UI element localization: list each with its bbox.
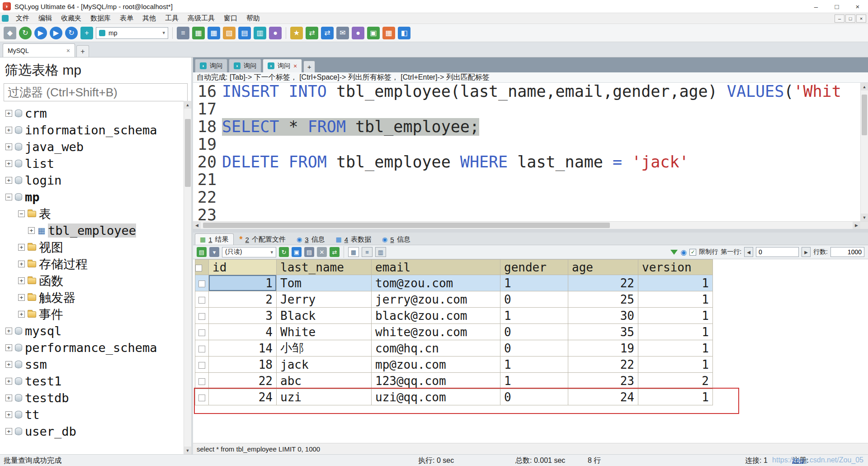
row-checkbox[interactable] bbox=[195, 389, 209, 405]
grid-cell[interactable]: Black bbox=[277, 308, 372, 324]
notifications-icon[interactable]: ✉ bbox=[336, 27, 349, 39]
grid-cell[interactable]: 1 bbox=[209, 275, 277, 291]
grid-cell[interactable]: 0 bbox=[500, 291, 568, 308]
table-row[interactable]: 18 jack mp@zou.com 1 22 1 bbox=[195, 357, 713, 373]
menu-item-favorites[interactable]: 收藏夹 bbox=[57, 13, 86, 24]
grid-cell[interactable]: 22 bbox=[209, 373, 277, 389]
tab-messages[interactable]: ◉ 3 信息 bbox=[292, 233, 330, 245]
new-query-editor-icon[interactable]: + bbox=[80, 27, 93, 39]
tree-item-list[interactable]: +list bbox=[0, 155, 184, 172]
row-checkbox[interactable] bbox=[195, 357, 209, 373]
new-connection-tab-button[interactable]: + bbox=[76, 45, 89, 57]
mdi-close-button[interactable]: × bbox=[856, 14, 866, 23]
tree-item-information-schema[interactable]: +information_schema bbox=[0, 122, 184, 138]
grid-cell[interactable]: uzi bbox=[277, 389, 372, 405]
export-grid-icon[interactable]: ▤ bbox=[197, 247, 207, 257]
query-tab-1[interactable]: ◗ 询问 bbox=[195, 59, 227, 72]
tree-item-tt[interactable]: +tt bbox=[0, 406, 184, 423]
row-checkbox[interactable] bbox=[195, 373, 209, 389]
menu-item-database[interactable]: 数据库 bbox=[86, 13, 115, 24]
scroll-left-icon[interactable]: ◀ bbox=[193, 222, 201, 229]
save-all-icon[interactable]: ▥ bbox=[254, 27, 266, 39]
tab-result[interactable]: ▦ 1 结果 bbox=[195, 233, 234, 245]
row-checkbox[interactable] bbox=[195, 275, 209, 291]
table-row[interactable]: 1 Tom tom@zou.com 1 22 1 bbox=[195, 275, 713, 291]
import-data-icon[interactable]: ▣ bbox=[367, 27, 380, 39]
menu-item-help[interactable]: 帮助 bbox=[242, 13, 264, 24]
table-row[interactable]: 14 小邹 com@hq.cn 0 19 1 bbox=[195, 340, 713, 357]
grid-cell[interactable]: 3 bbox=[209, 308, 277, 324]
data-sync-icon[interactable]: ⇄ bbox=[306, 27, 318, 39]
expand-icon[interactable]: + bbox=[18, 244, 25, 251]
expand-icon[interactable]: + bbox=[5, 428, 12, 435]
grid-cell[interactable]: 1 bbox=[500, 357, 568, 373]
tree-item-functions-folder[interactable]: +函数 bbox=[0, 272, 184, 289]
execute-selection-icon[interactable]: ▶ bbox=[50, 27, 62, 39]
query-profiler-icon[interactable]: ● bbox=[269, 27, 282, 39]
scroll-up-icon[interactable]: ▲ bbox=[184, 101, 191, 109]
expand-icon[interactable]: + bbox=[5, 110, 12, 117]
grid-cell[interactable]: White bbox=[277, 324, 372, 340]
expand-icon[interactable]: + bbox=[18, 311, 25, 318]
grid-cell[interactable]: uzi@qq.com bbox=[372, 389, 500, 405]
grid-cell[interactable]: 1 bbox=[638, 389, 713, 405]
column-header-last-name[interactable]: last_name bbox=[277, 260, 372, 275]
open-file-icon[interactable]: ▧ bbox=[223, 27, 236, 39]
grid-cell[interactable]: 0 bbox=[500, 324, 568, 340]
grid-cell[interactable]: jerry@zou.com bbox=[372, 291, 500, 308]
grid-cell[interactable]: 22 bbox=[568, 357, 638, 373]
grid-cell[interactable]: 23 bbox=[568, 373, 638, 389]
menu-item-edit[interactable]: 编辑 bbox=[34, 13, 57, 24]
tree-item-ssm[interactable]: +ssm bbox=[0, 356, 184, 373]
expand-icon[interactable]: + bbox=[5, 160, 12, 167]
table-row[interactable]: 2 Jerry jerry@zou.com 0 25 1 bbox=[195, 291, 713, 308]
plugins-icon[interactable]: ◧ bbox=[398, 27, 410, 39]
collapse-icon[interactable]: − bbox=[18, 210, 25, 217]
column-header-version[interactable]: version bbox=[638, 260, 713, 275]
collapse-icon[interactable]: − bbox=[5, 194, 12, 200]
schema-sync-icon[interactable]: ⇄ bbox=[321, 27, 334, 39]
previous-page-button[interactable]: ◀ bbox=[744, 247, 753, 257]
grid-cell[interactable]: 1 bbox=[638, 324, 713, 340]
scrollbar-thumb[interactable] bbox=[185, 119, 191, 187]
menu-item-window[interactable]: 窗口 bbox=[219, 13, 242, 24]
row-checkbox[interactable] bbox=[195, 340, 209, 357]
column-header-id[interactable]: id bbox=[209, 260, 277, 275]
expand-icon[interactable]: + bbox=[18, 277, 25, 284]
menu-item-tools[interactable]: 工具 bbox=[160, 13, 183, 24]
grid-cell[interactable]: 0 bbox=[500, 340, 568, 357]
expand-icon[interactable]: + bbox=[5, 395, 12, 401]
tab-info[interactable]: ◉ 5 信息 bbox=[377, 233, 415, 245]
expand-icon[interactable]: + bbox=[18, 261, 25, 267]
grid-cell[interactable]: 1 bbox=[638, 357, 713, 373]
close-button[interactable]: × bbox=[847, 0, 868, 13]
filter-funnel-icon[interactable] bbox=[670, 250, 678, 255]
delete-row-icon[interactable]: ✕ bbox=[317, 247, 327, 257]
tree-item-login[interactable]: +login bbox=[0, 172, 184, 189]
tree-item-tbl-employee[interactable]: +▦tbl_employee bbox=[0, 222, 184, 239]
expand-icon[interactable]: + bbox=[5, 143, 12, 150]
editor-horizontal-scrollbar[interactable]: ◀ ▶ bbox=[193, 222, 860, 229]
table-row[interactable]: 24 uzi uzi@qq.com 0 24 1 bbox=[195, 389, 713, 405]
grid-cell[interactable]: 1 bbox=[500, 308, 568, 324]
execute-query-icon[interactable]: ▶ bbox=[34, 27, 47, 39]
save-result-icon[interactable]: ▤ bbox=[304, 247, 314, 257]
grid-menu-icon[interactable]: ▾ bbox=[209, 247, 219, 257]
refresh-object-browser-icon[interactable]: ↻ bbox=[65, 27, 78, 39]
editor-result-splitter[interactable] bbox=[193, 229, 868, 233]
export-result-icon[interactable]: ⇄ bbox=[330, 247, 340, 257]
result-mode-select[interactable]: (只读) ▾ bbox=[222, 247, 276, 257]
grid-cell[interactable]: black@zou.com bbox=[372, 308, 500, 324]
connection-tab-mysql[interactable]: MySQL × bbox=[3, 43, 75, 57]
limit-rows-checkbox[interactable]: ✓ bbox=[689, 249, 696, 256]
tab-profiler[interactable]: * 2 个配置文件 bbox=[235, 233, 291, 245]
format-sql-icon[interactable]: ≡ bbox=[177, 27, 189, 39]
scroll-right-icon[interactable]: ▶ bbox=[853, 222, 860, 229]
grid-cell[interactable]: 14 bbox=[209, 340, 277, 357]
grid-cell[interactable]: 25 bbox=[568, 291, 638, 308]
expand-icon[interactable]: + bbox=[28, 227, 35, 234]
grid-cell[interactable]: 小邹 bbox=[277, 340, 372, 357]
table-row[interactable]: 4 White white@zou.com 0 35 1 bbox=[195, 324, 713, 340]
grid-cell[interactable]: 2 bbox=[638, 373, 713, 389]
grid-cell[interactable]: mp@zou.com bbox=[372, 357, 500, 373]
